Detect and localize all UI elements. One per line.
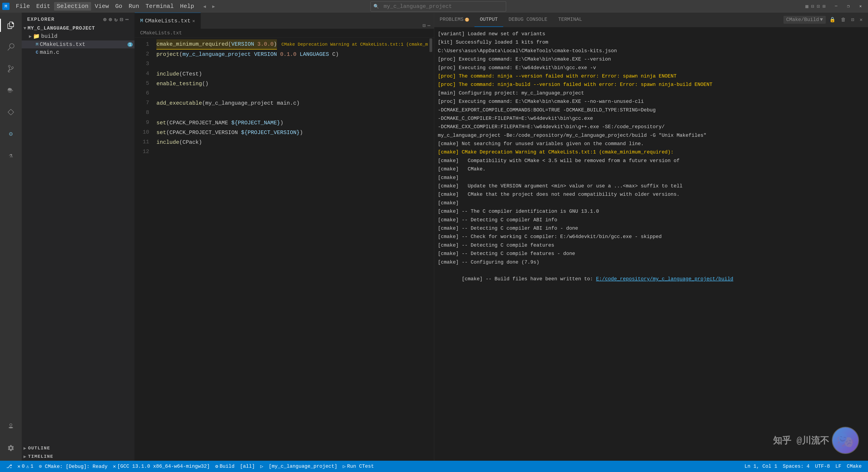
status-launch-target[interactable]: [my_c_language_project] bbox=[266, 461, 340, 472]
code-line-4: include(CTest) bbox=[156, 69, 428, 79]
output-source-dropdown[interactable]: CMake/Build ▼ bbox=[783, 16, 826, 24]
status-encoding[interactable]: UTF-8 bbox=[812, 464, 833, 469]
menu-selection[interactable]: Selection bbox=[54, 2, 91, 11]
line-num-4: 4 bbox=[135, 69, 149, 78]
code-line-5: enable_testing() bbox=[156, 79, 428, 89]
tab-debug-console[interactable]: DEBUG CONSOLE bbox=[503, 13, 553, 27]
editor-actions: ⊡ ⋯ bbox=[423, 23, 434, 29]
output-label: OUTPUT bbox=[480, 17, 498, 22]
status-spaces[interactable]: Spaces: 4 bbox=[780, 464, 812, 469]
status-launch-btn[interactable]: ▷ bbox=[257, 461, 266, 472]
refresh-icon[interactable]: ↻ bbox=[114, 16, 118, 23]
sidebar-item-settings[interactable] bbox=[0, 437, 22, 459]
output-line-7: [proc] The command: ninja-build --versio… bbox=[438, 81, 864, 89]
output-line-21: [cmake] bbox=[438, 199, 864, 207]
output-line-4: [proc] Executing command: E:\CMake\bin\c… bbox=[438, 55, 864, 64]
tree-item-mainc[interactable]: C main.c bbox=[22, 49, 134, 56]
menu-file[interactable]: File bbox=[13, 2, 33, 11]
menu-go[interactable]: Go bbox=[113, 2, 125, 11]
output-line-22: [cmake] -- The C compiler identification… bbox=[438, 207, 864, 216]
sidebar-item-explorer[interactable] bbox=[0, 14, 22, 36]
status-compiler[interactable]: ✕ [GCC 13.1.0 x86_64-w64-mingw32] bbox=[110, 461, 213, 472]
restore-button[interactable]: ❐ bbox=[843, 2, 854, 10]
output-line-11: -DCMAKE_C_COMPILER:FILEPATH=E:\w64devkit… bbox=[438, 115, 864, 123]
collapse-all-icon[interactable]: ⊟ bbox=[120, 16, 123, 23]
search-input[interactable] bbox=[381, 2, 503, 10]
new-file-icon[interactable]: ⊕ bbox=[103, 16, 107, 23]
outline-panel-header[interactable]: ▶ OUTLINE bbox=[22, 444, 134, 452]
tree-item-mainc-label: main.c bbox=[40, 49, 59, 55]
nav-back[interactable]: ◀ bbox=[200, 2, 209, 10]
sidebar-item-cmake[interactable]: ⚙ bbox=[0, 123, 22, 145]
layout-icon-1[interactable]: ▦ bbox=[804, 2, 809, 10]
tree-item-cmakelists[interactable]: M CMakeLists.txt 1 bbox=[22, 40, 134, 49]
outline-chevron-icon: ▶ bbox=[24, 445, 27, 451]
timeline-panel-header[interactable]: ▶ TIMELINE bbox=[22, 452, 134, 461]
status-build-btn[interactable]: ⚙ Build bbox=[213, 461, 237, 472]
sidebar-item-test[interactable]: ⚗ bbox=[0, 145, 22, 166]
minimize-button[interactable]: ─ bbox=[831, 2, 841, 10]
tree-item-cmake-label: CMakeLists.txt bbox=[40, 41, 86, 48]
tab-terminal[interactable]: TERMINAL bbox=[553, 13, 587, 27]
menu-run[interactable]: Run bbox=[126, 2, 142, 11]
menu-help[interactable]: Help bbox=[178, 2, 197, 11]
layout-icon-2[interactable]: ⊟ bbox=[810, 2, 815, 10]
code-line-12 bbox=[156, 147, 428, 157]
search-icon: 🔍 bbox=[373, 4, 379, 9]
menu-edit[interactable]: Edit bbox=[33, 2, 53, 11]
clear-output-icon[interactable]: 🗑 bbox=[839, 16, 848, 24]
status-cmake-ready[interactable]: ⊙ CMake: [Debug]: Ready bbox=[36, 461, 110, 472]
error-count: 0 bbox=[22, 464, 25, 469]
status-eol[interactable]: LF bbox=[833, 464, 844, 469]
code-editor[interactable]: cmake_minimum_required(VERSION 3.0.0) CM… bbox=[153, 37, 428, 461]
spaces-label: Spaces: 4 bbox=[783, 464, 810, 469]
output-build-path-link[interactable]: E:/code_repository/my_c_language_project… bbox=[596, 276, 733, 282]
breadcrumb-cmake[interactable]: CMakeLists.txt bbox=[140, 30, 182, 36]
debug-console-label: DEBUG CONSOLE bbox=[508, 17, 548, 22]
sidebar-item-account[interactable] bbox=[0, 415, 22, 437]
editor-scrollbar[interactable] bbox=[428, 37, 434, 461]
new-folder-icon[interactable]: ⊕ bbox=[109, 16, 112, 23]
split-editor-icon[interactable]: ⊡ bbox=[423, 23, 426, 29]
more-editor-icon[interactable]: ⋯ bbox=[428, 23, 430, 29]
output-line-14: [cmake] Not searching for unused variabl… bbox=[438, 140, 864, 148]
code-line-2: project(my_c_language_project VERSION 0.… bbox=[156, 50, 428, 59]
line-num-12: 12 bbox=[135, 147, 149, 156]
output-line-8: [main] Configuring project: my_c_languag… bbox=[438, 89, 864, 97]
status-errors-warnings[interactable]: ✕ 0 ⚠ 1 bbox=[15, 461, 36, 472]
cursor-pos-label: Ln 1, Col 1 bbox=[745, 464, 777, 469]
layout-icon-4[interactable]: ⊞ bbox=[822, 2, 827, 10]
output-line-last: [cmake] -- Build files have been written… bbox=[438, 266, 864, 292]
menu-terminal[interactable]: Terminal bbox=[143, 2, 177, 11]
sidebar-item-run-debug[interactable] bbox=[0, 80, 22, 101]
output-line-5: [proc] Executing command: E:\w64devkit\b… bbox=[438, 64, 864, 72]
tree-item-build[interactable]: ▶ 📁 build bbox=[22, 32, 134, 40]
lock-panel-icon[interactable]: 🔒 bbox=[828, 16, 837, 24]
output-build-files-text: [cmake] -- Build files have been written… bbox=[462, 276, 596, 282]
layout-icon-3[interactable]: ⊡ bbox=[816, 2, 820, 10]
output-line-28: [cmake] -- Configuring done (7.9s) bbox=[438, 258, 864, 266]
editor-content: 1 2 3 4 5 6 7 8 9 10 11 12 cmake_minimum… bbox=[135, 37, 434, 461]
menu-view[interactable]: View bbox=[92, 2, 112, 11]
tab-close-icon[interactable]: ✕ bbox=[192, 18, 195, 24]
sidebar-item-search[interactable] bbox=[0, 36, 22, 58]
tab-problems[interactable]: PROBLEMS 1 bbox=[434, 13, 474, 27]
maximize-panel-icon[interactable]: ⊡ bbox=[849, 16, 856, 24]
code-line-8 bbox=[156, 108, 428, 118]
tab-cmakelists[interactable]: M CMakeLists.txt ✕ bbox=[135, 13, 201, 29]
nav-forward[interactable]: ▶ bbox=[210, 2, 218, 10]
status-branch[interactable]: ⎇ bbox=[4, 461, 15, 472]
close-button[interactable]: ✕ bbox=[855, 2, 866, 10]
status-build-target[interactable]: [all] bbox=[237, 461, 257, 472]
more-actions-icon[interactable]: ⋯ bbox=[125, 16, 129, 23]
status-cursor-pos[interactable]: Ln 1, Col 1 bbox=[742, 464, 780, 469]
status-ctest-btn[interactable]: ▷ Run CTest bbox=[340, 461, 377, 472]
sidebar-item-extensions[interactable] bbox=[0, 101, 22, 123]
sidebar-item-source-control[interactable] bbox=[0, 58, 22, 80]
close-panel-icon[interactable]: ✕ bbox=[858, 16, 864, 24]
file-tree: ▼ MY_C_LANGUAGE_PROJECT ▶ 📁 build M CMak… bbox=[22, 25, 134, 444]
ctest-label: Run CTest bbox=[347, 464, 374, 469]
tree-project-root[interactable]: ▼ MY_C_LANGUAGE_PROJECT bbox=[22, 25, 134, 32]
status-language[interactable]: CMake bbox=[844, 464, 864, 469]
tab-output[interactable]: OUTPUT bbox=[474, 13, 503, 27]
